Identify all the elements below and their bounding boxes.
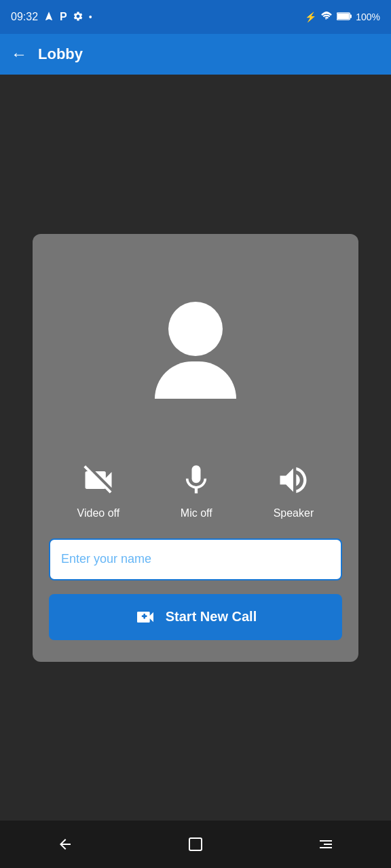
name-input[interactable] [49, 538, 342, 580]
wifi-icon [320, 10, 333, 24]
settings-icon [73, 11, 83, 24]
app-bar: ← Lobby [0, 34, 391, 75]
start-call-button[interactable]: Start New Call [49, 594, 342, 640]
battery-icon [337, 12, 352, 23]
svg-rect-4 [143, 613, 145, 618]
start-call-label: Start New Call [166, 609, 257, 625]
svg-rect-5 [189, 838, 202, 850]
status-right: ⚡ 100% [305, 10, 380, 24]
mic-off-icon [176, 460, 217, 500]
charging-icon: ⚡ [305, 12, 316, 22]
back-nav-button[interactable] [45, 824, 86, 865]
svg-rect-2 [350, 14, 352, 18]
home-nav-button[interactable] [175, 824, 216, 865]
video-control[interactable]: Video off [77, 460, 120, 519]
speaker-label: Speaker [274, 507, 314, 519]
main-content: Video off Mic off Speaker [0, 75, 391, 821]
mic-label: Mic off [181, 507, 212, 519]
battery-percentage: 100% [356, 12, 380, 22]
avatar-body [155, 361, 236, 399]
bottom-nav [0, 821, 391, 868]
mic-control[interactable]: Mic off [176, 460, 217, 519]
controls-row: Video off Mic off Speaker [49, 460, 342, 519]
status-time: 09:32 [11, 11, 38, 23]
speaker-icon [273, 460, 314, 500]
status-bar: 09:32 P • ⚡ 100% [0, 0, 391, 34]
avatar-head [168, 302, 223, 356]
page-title: Lobby [38, 45, 83, 63]
back-button[interactable]: ← [11, 45, 27, 64]
dot-icon: • [89, 12, 92, 22]
menu-nav-button[interactable] [305, 824, 346, 865]
avatar-container [49, 261, 342, 453]
p-icon: P [60, 11, 67, 23]
video-off-icon [78, 460, 119, 500]
video-label: Video off [77, 507, 120, 519]
lobby-card: Video off Mic off Speaker [33, 234, 358, 662]
navigation-icon [43, 11, 54, 24]
speaker-control[interactable]: Speaker [273, 460, 314, 519]
status-left: 09:32 P • [11, 11, 92, 24]
svg-rect-1 [337, 13, 350, 18]
avatar [155, 302, 236, 399]
